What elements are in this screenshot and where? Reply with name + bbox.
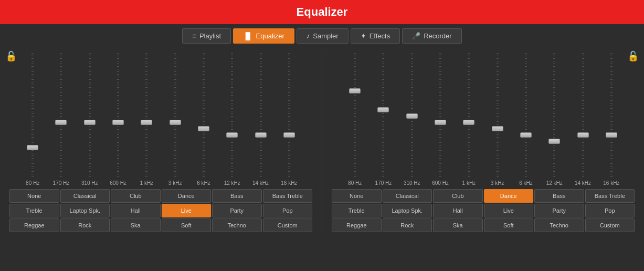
slider-col-4[interactable]	[455, 53, 483, 179]
slider-col-7[interactable]	[218, 53, 246, 179]
slider-col-6[interactable]	[512, 53, 540, 179]
preset-btn-laptop-spk.[interactable]: Laptop Spk.	[60, 204, 110, 217]
preset-btn-bass-treble[interactable]: Bass Treble	[585, 189, 635, 203]
slider-col-8[interactable]	[246, 53, 275, 179]
slider-track-4[interactable]	[145, 53, 147, 179]
preset-btn-techno[interactable]: Techno	[534, 218, 584, 232]
slider-track-8[interactable]	[260, 53, 262, 179]
slider-thumb-6[interactable]	[198, 126, 209, 131]
slider-track-9[interactable]	[610, 53, 613, 179]
slider-track-7[interactable]	[231, 53, 233, 179]
preset-btn-techno[interactable]: Techno	[212, 218, 262, 232]
slider-thumb-8[interactable]	[577, 132, 589, 138]
slider-col-8[interactable]	[568, 53, 597, 179]
slider-col-6[interactable]	[189, 53, 218, 179]
preset-btn-laptop-spk.[interactable]: Laptop Spk.	[383, 204, 432, 217]
preset-btn-custom[interactable]: Custom	[263, 218, 313, 232]
slider-thumb-0[interactable]	[349, 88, 361, 93]
slider-thumb-9[interactable]	[606, 132, 617, 138]
slider-thumb-5[interactable]	[170, 120, 181, 125]
preset-btn-rock[interactable]: Rock	[60, 218, 110, 232]
slider-track-6[interactable]	[525, 53, 527, 179]
preset-btn-hall[interactable]: Hall	[111, 204, 161, 217]
slider-track-4[interactable]	[468, 53, 470, 179]
preset-btn-soft[interactable]: Soft	[484, 218, 534, 232]
slider-thumb-3[interactable]	[435, 120, 446, 125]
preset-btn-bass-treble[interactable]: Bass Treble	[263, 189, 313, 203]
slider-col-5[interactable]	[483, 53, 511, 179]
slider-col-7[interactable]	[540, 53, 568, 179]
slider-track-9[interactable]	[288, 53, 290, 179]
slider-thumb-4[interactable]	[463, 120, 474, 125]
preset-btn-dance[interactable]: Dance	[162, 189, 212, 203]
slider-col-9[interactable]	[275, 53, 303, 179]
slider-track-1[interactable]	[60, 53, 62, 179]
slider-track-8[interactable]	[582, 53, 584, 179]
preset-btn-club[interactable]: Club	[111, 189, 161, 203]
slider-track-1[interactable]	[382, 53, 384, 179]
slider-col-2[interactable]	[76, 53, 104, 179]
preset-btn-reggae[interactable]: Reggae	[332, 218, 382, 232]
slider-col-3[interactable]	[426, 53, 455, 179]
preset-btn-pop[interactable]: Pop	[585, 204, 635, 217]
slider-col-5[interactable]	[161, 53, 189, 179]
slider-col-3[interactable]	[104, 53, 132, 179]
eq-right-lock[interactable]: 🔓	[627, 50, 639, 62]
eq-left-lock[interactable]: 🔓	[5, 50, 17, 62]
slider-thumb-3[interactable]	[112, 120, 124, 125]
preset-btn-live[interactable]: Live	[484, 204, 534, 217]
preset-btn-party[interactable]: Party	[534, 204, 584, 217]
nav-effects[interactable]: ✦ Effects	[351, 28, 400, 44]
slider-track-3[interactable]	[439, 53, 441, 179]
slider-thumb-7[interactable]	[548, 139, 560, 144]
slider-track-2[interactable]	[89, 53, 91, 179]
nav-recorder[interactable]: 🎤 Recorder	[402, 28, 461, 44]
slider-col-1[interactable]	[369, 53, 397, 179]
slider-col-0[interactable]	[18, 53, 47, 179]
slider-thumb-0[interactable]	[27, 145, 38, 150]
slider-track-0[interactable]	[354, 53, 356, 179]
preset-btn-rock[interactable]: Rock	[383, 218, 432, 232]
preset-btn-treble[interactable]: Treble	[332, 204, 382, 217]
slider-thumb-6[interactable]	[520, 132, 532, 138]
preset-btn-dance[interactable]: Dance	[484, 189, 534, 203]
preset-btn-custom[interactable]: Custom	[585, 218, 635, 232]
slider-thumb-7[interactable]	[226, 132, 238, 138]
slider-track-5[interactable]	[497, 53, 499, 179]
slider-thumb-2[interactable]	[406, 113, 418, 119]
slider-thumb-5[interactable]	[492, 126, 503, 131]
slider-col-9[interactable]	[597, 53, 626, 179]
slider-track-5[interactable]	[174, 53, 176, 179]
slider-col-0[interactable]	[341, 53, 369, 179]
slider-thumb-1[interactable]	[55, 120, 67, 125]
nav-sampler[interactable]: ♪ Sampler	[297, 28, 349, 44]
slider-thumb-9[interactable]	[283, 132, 295, 138]
slider-thumb-8[interactable]	[255, 132, 267, 138]
preset-btn-reggae[interactable]: Reggae	[9, 218, 59, 232]
slider-col-1[interactable]	[47, 53, 75, 179]
preset-btn-none[interactable]: None	[332, 189, 382, 203]
slider-col-2[interactable]	[398, 53, 426, 179]
preset-btn-party[interactable]: Party	[212, 204, 262, 217]
slider-thumb-4[interactable]	[141, 120, 152, 125]
slider-track-6[interactable]	[203, 53, 205, 179]
preset-btn-club[interactable]: Club	[433, 189, 483, 203]
preset-btn-soft[interactable]: Soft	[162, 218, 212, 232]
nav-equalizer[interactable]: ▐▌ Equalizer	[233, 28, 294, 44]
preset-btn-ska[interactable]: Ska	[111, 218, 161, 232]
preset-btn-treble[interactable]: Treble	[9, 204, 59, 217]
slider-track-7[interactable]	[553, 53, 555, 179]
preset-btn-bass[interactable]: Bass	[534, 189, 584, 203]
slider-track-0[interactable]	[31, 53, 34, 179]
slider-track-2[interactable]	[411, 53, 413, 179]
preset-btn-ska[interactable]: Ska	[433, 218, 483, 232]
slider-thumb-2[interactable]	[84, 120, 96, 125]
slider-col-4[interactable]	[132, 53, 161, 179]
preset-btn-none[interactable]: None	[9, 189, 59, 203]
slider-thumb-1[interactable]	[377, 107, 389, 112]
nav-playlist[interactable]: ≡ Playlist	[182, 28, 231, 44]
preset-btn-bass[interactable]: Bass	[212, 189, 262, 203]
preset-btn-hall[interactable]: Hall	[433, 204, 483, 217]
preset-btn-pop[interactable]: Pop	[263, 204, 313, 217]
preset-btn-live[interactable]: Live	[162, 204, 212, 217]
